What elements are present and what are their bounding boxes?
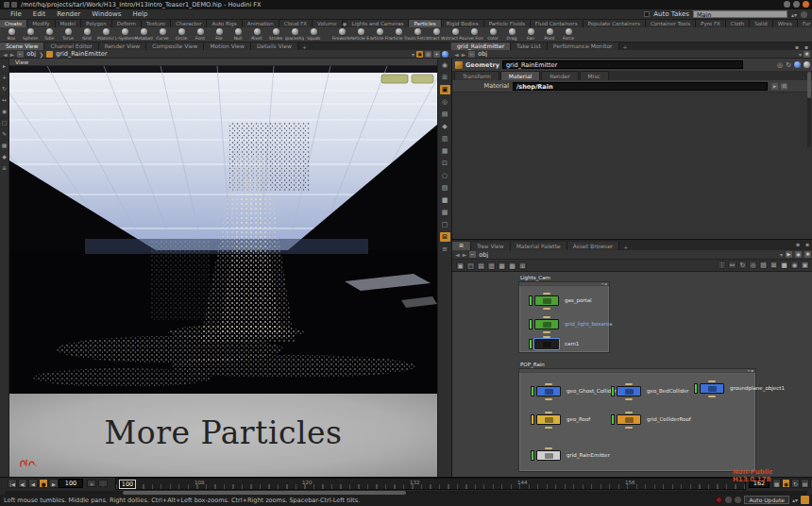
shelf-tool[interactable]: Curve bbox=[153, 27, 172, 42]
shelf-tool[interactable]: Force bbox=[559, 27, 578, 42]
gear-icon[interactable]: ✱ bbox=[804, 251, 811, 258]
shelf-tab[interactable]: Particle Fluids bbox=[484, 20, 531, 27]
maximize-button[interactable] bbox=[793, 1, 800, 8]
pane-tab[interactable]: Performance Monitor bbox=[548, 42, 619, 50]
pose-tool-icon[interactable]: □ bbox=[0, 118, 8, 126]
cook-indicator-icon[interactable] bbox=[801, 496, 809, 504]
frame-all-icon[interactable]: ⊠ bbox=[770, 261, 778, 269]
prev-frame-button[interactable]: ◀| bbox=[18, 479, 27, 488]
node-grid-light[interactable]: grid_light_boxarea bbox=[529, 319, 642, 330]
node-input-connector[interactable] bbox=[543, 316, 550, 318]
grid-snap-icon[interactable]: ▧ bbox=[759, 261, 768, 269]
pane-tab[interactable]: Motion View bbox=[204, 42, 251, 50]
shelf-tab[interactable]: Fluid Containers bbox=[531, 20, 584, 27]
active-display-icon[interactable]: ⊠ bbox=[440, 232, 450, 242]
network-canvas[interactable]: Lights_Cam ▾ ▪ gas_portal grid_light_box… bbox=[452, 272, 812, 478]
layout-view-icon[interactable]: ⊞ bbox=[440, 73, 450, 82]
link-icon[interactable]: ◎ bbox=[425, 51, 431, 58]
node-display-flag[interactable] bbox=[529, 295, 533, 306]
shelf-tab[interactable]: Cloud FX bbox=[279, 20, 313, 27]
shelf-tab[interactable]: Particles bbox=[409, 20, 441, 27]
shelf-tool[interactable]: Attract Pa.. bbox=[446, 27, 465, 42]
new-node-icon[interactable]: □ bbox=[466, 261, 475, 270]
node-output-connector[interactable] bbox=[543, 308, 550, 310]
shelf-tab[interactable]: Fur bbox=[798, 20, 812, 27]
jump-to-start-button[interactable]: |◀ bbox=[8, 479, 17, 488]
display-options-icon[interactable]: ■ bbox=[440, 195, 450, 205]
shelf-tab[interactable]: Model bbox=[56, 20, 82, 27]
camera-view-icon[interactable]: ◉ bbox=[440, 60, 450, 70]
nav-back-icon[interactable]: ◄ bbox=[3, 51, 8, 58]
refresh-icon[interactable]: ↻ bbox=[738, 261, 747, 269]
display-normals-icon[interactable]: ▦ bbox=[440, 146, 450, 156]
shelf-tool[interactable]: Circle bbox=[172, 27, 191, 42]
nav-back-icon[interactable]: ◄ bbox=[455, 251, 460, 258]
geo-node-icon[interactable] bbox=[617, 386, 641, 396]
node-grid-rain-emitter[interactable]: grid_RainEmitter bbox=[531, 450, 644, 462]
light-node-icon[interactable] bbox=[534, 295, 559, 306]
geo-node-icon[interactable] bbox=[536, 414, 561, 425]
paint-tool-icon[interactable]: ✎ bbox=[0, 129, 8, 138]
message-icon[interactable] bbox=[735, 497, 741, 503]
select-tool-icon[interactable]: ▸ bbox=[0, 61, 8, 70]
auto-update-selector[interactable]: Auto Update bbox=[744, 496, 789, 504]
pane-tab[interactable]: Scene View bbox=[0, 42, 44, 50]
menu-item[interactable]: File bbox=[5, 9, 27, 19]
overview-icon[interactable]: ◎ bbox=[749, 261, 757, 269]
geo-node-icon[interactable] bbox=[700, 383, 724, 394]
shelf-tool[interactable]: Attract W.. bbox=[427, 27, 446, 42]
shelf-tab[interactable]: Rigid Bodies bbox=[442, 20, 484, 27]
pin-icon[interactable]: ⌐ bbox=[17, 51, 24, 58]
shelf-tab[interactable]: Texture bbox=[142, 20, 171, 27]
node-list-icon[interactable]: ▣ bbox=[456, 261, 465, 270]
node-display-flag[interactable] bbox=[694, 383, 698, 394]
shelf-tool[interactable]: Auto Fetch bbox=[408, 27, 427, 42]
minimize-button[interactable] bbox=[784, 1, 790, 8]
node-chooser-icon[interactable]: ▸ bbox=[771, 83, 778, 90]
scene-viewport[interactable]: View bbox=[9, 59, 437, 477]
snapshot-icon[interactable]: ◉ bbox=[795, 251, 802, 258]
menu-item[interactable]: Windows bbox=[86, 9, 127, 19]
ortho-icon[interactable]: □ bbox=[440, 220, 450, 229]
translate-tool-icon[interactable]: + bbox=[0, 73, 8, 81]
shelf-tool[interactable]: Sphere bbox=[21, 27, 40, 42]
viewport-overlay-button[interactable] bbox=[412, 75, 433, 83]
network-box-icon[interactable]: ⊞ bbox=[518, 261, 527, 270]
info-sphere-icon[interactable] bbox=[804, 61, 810, 68]
shelf-tab[interactable]: Populate Containers bbox=[584, 20, 646, 27]
shelf-tool[interactable]: Stroke bbox=[266, 27, 285, 42]
handles-tool-icon[interactable]: ◉ bbox=[0, 107, 8, 115]
playhead-marker[interactable]: 100 bbox=[119, 480, 136, 489]
shelf-tool[interactable]: Curve Force bbox=[465, 27, 483, 42]
shelf-tab[interactable]: Lights and Cameras bbox=[347, 20, 410, 27]
stop-button[interactable]: ■ bbox=[39, 479, 48, 488]
nav-forward-icon[interactable]: ► bbox=[463, 251, 467, 258]
node-display-flag[interactable] bbox=[529, 339, 533, 349]
shelf-tab[interactable]: Pyro FX bbox=[696, 20, 726, 27]
take-stepper-icon[interactable]: ▴▾ bbox=[791, 11, 797, 18]
options-menu-icon[interactable]: ≡ bbox=[440, 245, 450, 254]
search-icon[interactable]: ◎ bbox=[777, 61, 783, 69]
add-pane-tab-button[interactable]: + bbox=[298, 43, 311, 50]
shelf-tool[interactable]: Grid bbox=[77, 27, 96, 42]
node-display-flag[interactable] bbox=[611, 414, 615, 425]
node-display-flag[interactable] bbox=[529, 319, 533, 329]
auto-update-stepper-icon[interactable]: ▴▾ bbox=[792, 497, 798, 503]
shelf-tool[interactable]: Platonic bbox=[96, 27, 115, 42]
shelf-tool[interactable]: Null bbox=[228, 27, 247, 42]
current-frame-field[interactable]: 100 bbox=[59, 479, 83, 488]
shelf-tool[interactable]: Drag bbox=[502, 27, 521, 42]
node-input-connector[interactable] bbox=[545, 383, 552, 385]
shelf-tool[interactable]: Fan bbox=[521, 27, 540, 42]
node-input-connector[interactable] bbox=[545, 447, 552, 449]
pane-tab[interactable]: Asset Browser bbox=[567, 242, 620, 250]
audio-icon[interactable] bbox=[725, 497, 732, 503]
gear-icon[interactable]: ✱ bbox=[804, 51, 810, 58]
camera-node-icon[interactable] bbox=[534, 339, 559, 349]
geo-node-icon[interactable] bbox=[536, 450, 561, 461]
shelf-tool[interactable]: L-System bbox=[115, 27, 134, 42]
color-palette-icon[interactable]: ▦ bbox=[498, 261, 506, 270]
nav-forward-icon[interactable]: ► bbox=[10, 51, 15, 58]
rotate-tool-icon[interactable]: ↻ bbox=[0, 84, 8, 93]
shape-palette-icon[interactable]: ▩ bbox=[508, 261, 516, 270]
